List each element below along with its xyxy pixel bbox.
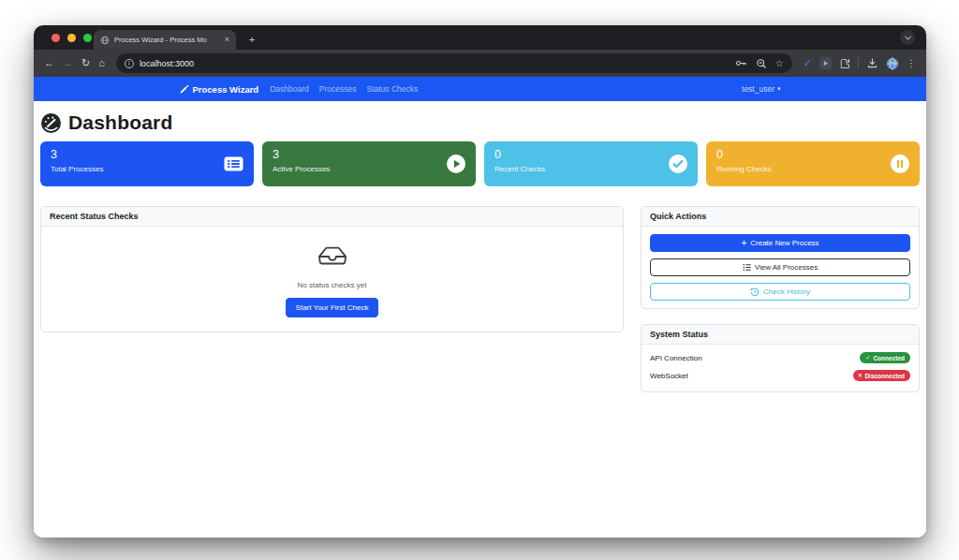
stat-label: Recent Checks (494, 165, 687, 173)
toolbar-extensions: ✓ ⋮ (804, 57, 916, 70)
stat-label: Active Processes (273, 165, 465, 173)
passkey-icon[interactable] (735, 58, 747, 68)
app-navbar: Process Wizard Dashboard Processes Statu… (34, 77, 926, 101)
tab-search-button[interactable] (900, 30, 915, 45)
start-first-check-button[interactable]: Start Your First Check (286, 298, 379, 317)
downloads-icon[interactable] (866, 57, 878, 69)
tab-title: Process Wizard - Process Mo (114, 36, 220, 44)
stat-value: 3 (273, 148, 465, 161)
status-label: API Connection (650, 354, 702, 362)
check-history-button[interactable]: Check History (650, 283, 910, 301)
address-bar-actions: ☆ (735, 58, 784, 69)
site-info-icon[interactable]: i (125, 59, 134, 68)
toolbar-divider (858, 57, 859, 69)
browser-window: Process Wizard - Process Mo × + ← → ↻ ⌂ … (34, 25, 926, 538)
username-label: test_user (742, 84, 775, 94)
inbox-icon (317, 242, 347, 270)
stat-cards-row: 3 Total Processes 3 Active Processes 0 R… (40, 141, 920, 186)
page-header: Dashboard (40, 101, 920, 134)
status-row-api-connection: API Connection ✓ Connected (650, 352, 910, 363)
plus-icon: + (741, 239, 746, 248)
window-controls (52, 34, 92, 42)
page-title: Dashboard (68, 111, 173, 134)
quick-actions-title: Quick Actions (642, 207, 919, 227)
check-circle-icon (669, 155, 687, 173)
browser-toolbar: ← → ↻ ⌂ i localhost:3000 ☆ ✓ (34, 50, 926, 77)
status-badge-connected: ✓ Connected (860, 352, 910, 363)
dashboard-page: Dashboard 3 Total Processes 3 Active Pro… (34, 101, 926, 538)
view-all-processes-button[interactable]: View All Processes (650, 258, 910, 276)
button-label: Check History (763, 287, 810, 296)
status-label: WebSocket (650, 372, 688, 380)
brand-label: Process Wizard (193, 84, 259, 95)
right-column: Quick Actions + Create New Process View … (641, 206, 920, 392)
profile-avatar[interactable] (886, 57, 899, 70)
extensions-puzzle-icon[interactable] (839, 58, 850, 69)
nav-link-dashboard[interactable]: Dashboard (270, 84, 309, 94)
forward-button[interactable]: → (63, 58, 73, 68)
url-text: localhost:3000 (140, 59, 730, 68)
stat-card-recent-checks[interactable]: 0 Recent Checks (484, 141, 698, 186)
user-dropdown[interactable]: test_user ▾ (742, 84, 780, 94)
extension-app-icon[interactable] (819, 57, 832, 69)
chevron-down-icon (904, 33, 910, 39)
recent-checks-empty-state: No status checks yet Start Your First Ch… (41, 227, 623, 332)
tab-close-icon[interactable]: × (225, 36, 229, 44)
list-icon (743, 263, 751, 272)
reload-button[interactable]: ↻ (81, 58, 90, 68)
zoom-out-icon[interactable] (756, 58, 767, 69)
check-icon: ✓ (865, 355, 870, 361)
close-window-button[interactable] (52, 34, 60, 42)
zoom-window-button[interactable] (83, 34, 92, 42)
nav-link-status-checks[interactable]: Status Checks (366, 84, 418, 94)
system-status-card: System Status API Connection ✓ Connected (641, 324, 920, 392)
badge-text: Disconnected (864, 373, 905, 379)
browser-tab[interactable]: Process Wizard - Process Mo × (94, 30, 236, 50)
history-icon (750, 287, 760, 297)
empty-state-text: No status checks yet (51, 281, 613, 289)
extension-check-icon[interactable]: ✓ (804, 57, 812, 69)
stat-card-running-checks[interactable]: 0 Running Checks (706, 141, 920, 186)
pencil-icon (180, 84, 189, 94)
address-bar[interactable]: i localhost:3000 ☆ (116, 53, 792, 73)
stat-label: Running Checks (716, 165, 909, 173)
badge-text: Connected (873, 355, 905, 361)
nav-link-processes[interactable]: Processes (319, 84, 357, 94)
recent-checks-title: Recent Status Checks (41, 207, 623, 227)
back-button[interactable]: ← (44, 58, 54, 68)
pause-circle-icon (891, 155, 909, 173)
status-row-websocket: WebSocket × Disconnected (650, 370, 910, 381)
stat-value: 0 (494, 148, 687, 161)
create-new-process-button[interactable]: + Create New Process (650, 234, 910, 252)
stat-value: 0 (716, 148, 909, 161)
browser-tab-strip: Process Wizard - Process Mo × + (34, 25, 926, 50)
tachometer-icon (40, 112, 62, 134)
new-tab-button[interactable]: + (245, 33, 258, 46)
stat-card-active-processes[interactable]: 3 Active Processes (262, 141, 476, 186)
desktop-background: Process Wizard - Process Mo × + ← → ↻ ⌂ … (0, 0, 959, 560)
stat-value: 3 (51, 148, 243, 161)
button-label: View All Processes (755, 263, 818, 272)
bookmark-star-icon[interactable]: ☆ (775, 58, 784, 68)
stat-label: Total Processes (51, 165, 243, 173)
stat-card-total-processes[interactable]: 3 Total Processes (40, 141, 254, 186)
main-content-row: Recent Status Checks No status checks ye… (40, 206, 920, 392)
caret-down-icon: ▾ (777, 85, 781, 93)
button-label: Create New Process (750, 239, 819, 247)
x-icon: × (859, 373, 863, 379)
recent-status-checks-card: Recent Status Checks No status checks ye… (40, 206, 624, 332)
nav-links: Dashboard Processes Status Checks (270, 84, 418, 94)
play-circle-icon (447, 155, 465, 173)
home-button[interactable]: ⌂ (98, 58, 105, 68)
minimize-window-button[interactable] (67, 34, 76, 42)
browser-menu-icon[interactable]: ⋮ (907, 58, 916, 68)
list-card-icon (224, 156, 243, 171)
brand-process-wizard[interactable]: Process Wizard (180, 84, 259, 95)
quick-actions-card: Quick Actions + Create New Process View … (641, 206, 920, 309)
system-status-title: System Status (642, 325, 919, 345)
status-badge-disconnected: × Disconnected (853, 370, 910, 381)
favicon-globe-icon (100, 36, 110, 45)
